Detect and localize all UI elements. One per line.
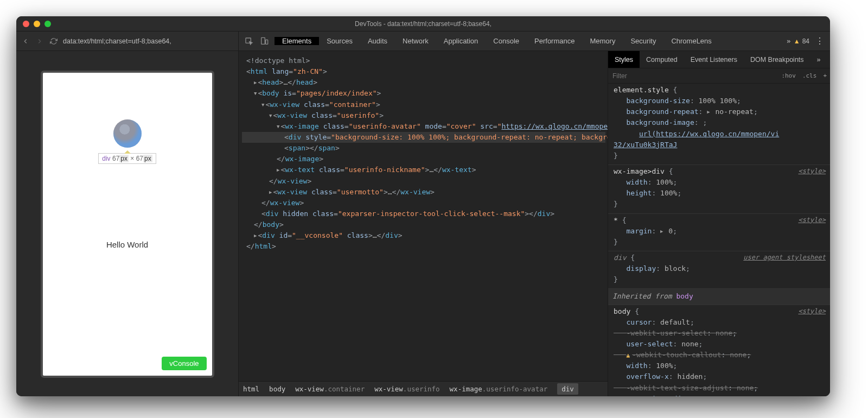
pane-tab-dom-breakpoints[interactable]: DOM Breakpoints <box>744 51 810 68</box>
svg-rect-1 <box>261 37 265 44</box>
tab-sources[interactable]: Sources <box>319 37 360 45</box>
tab-elements[interactable]: Elements <box>275 37 319 45</box>
tooltip-tag: div <box>102 155 110 162</box>
panel-tabs: ElementsSourcesAuditsNetworkApplicationC… <box>275 37 784 45</box>
back-icon[interactable] <box>21 36 30 46</box>
filter-bar: :hov .cls + <box>608 68 830 84</box>
style-rule[interactable]: element.style { background-size: 100% 10… <box>608 84 830 165</box>
inherited-from-body: Inherited from body <box>608 289 830 305</box>
styles-list[interactable]: element.style { background-size: 100% 10… <box>608 84 830 396</box>
inspect-icon[interactable] <box>244 36 254 46</box>
pane-tabs: StylesComputedEvent ListenersDOM Breakpo… <box>608 51 830 68</box>
device-icon[interactable] <box>259 36 269 46</box>
style-rule[interactable]: <style>body { cursor: default; -webkit-u… <box>608 305 830 396</box>
elements-panel: <!doctype html><html lang="zh-CN">▶<head… <box>239 51 608 396</box>
styles-panel: StylesComputedEvent ListenersDOM Breakpo… <box>608 51 830 396</box>
crumb-wx-image.userinfo-avatar[interactable]: wx-image.userinfo-avatar <box>450 385 548 393</box>
tooltip-h: 67 <box>136 155 143 162</box>
tab-console[interactable]: Console <box>486 37 527 45</box>
hello-world-text: Hello World <box>106 240 148 249</box>
pane-tab-computed[interactable]: Computed <box>640 51 684 68</box>
crumb-body[interactable]: body <box>269 385 285 393</box>
devtools-toolbar: ElementsSourcesAuditsNetworkApplicationC… <box>239 31 830 50</box>
inspect-tooltip: div 67px × 67px <box>98 153 156 164</box>
cls-button[interactable]: .cls <box>799 72 820 79</box>
toolbar-row: data:text/html;charset=utf-8;base64, Ele… <box>16 31 830 51</box>
tab-audits[interactable]: Audits <box>360 37 395 45</box>
crumb-div[interactable]: div <box>557 383 578 395</box>
tab-performance[interactable]: Performance <box>527 37 582 45</box>
tab-chromelens[interactable]: ChromeLens <box>663 37 719 45</box>
crumb-html[interactable]: html <box>243 385 259 393</box>
style-rule[interactable]: user agent stylesheetdiv { display: bloc… <box>608 251 830 289</box>
device-frame: div 67px × 67px Hello World vConsole <box>41 71 214 378</box>
reload-icon[interactable] <box>49 36 59 46</box>
filter-input[interactable] <box>608 72 778 80</box>
preview-column: div 67px × 67px Hello World vConsole <box>16 51 239 396</box>
crumb-wx-view.container[interactable]: wx-view.container <box>295 385 365 393</box>
hov-button[interactable]: :hov <box>778 72 799 79</box>
window-title: DevTools - data:text/html;charset=utf-8;… <box>16 20 830 28</box>
inspect-highlight <box>113 119 142 148</box>
style-rule[interactable]: <style>wx-image>div { width: 100%; heigh… <box>608 165 830 214</box>
warnings-badge[interactable]: ▲84 <box>794 37 809 45</box>
tab-application[interactable]: Application <box>436 37 486 45</box>
warning-icon: ▲ <box>794 37 800 45</box>
vconsole-button[interactable]: vConsole <box>162 357 206 370</box>
new-rule-button[interactable]: + <box>820 72 830 79</box>
more-panes-icon[interactable]: » <box>810 51 827 68</box>
url-field[interactable]: data:text/html;charset=utf-8;base64, <box>63 37 171 45</box>
avatar[interactable] <box>113 119 142 148</box>
titlebar: DevTools - data:text/html;charset=utf-8;… <box>16 16 830 31</box>
content: div 67px × 67px Hello World vConsole <!d… <box>16 51 830 396</box>
devtools-window: DevTools - data:text/html;charset=utf-8;… <box>16 16 830 396</box>
tooltip-w: 67 <box>112 155 119 162</box>
browser-nav: data:text/html;charset=utf-8;base64, <box>16 31 239 50</box>
more-tabs-icon[interactable]: » <box>784 36 794 46</box>
tab-network[interactable]: Network <box>395 37 436 45</box>
pane-tab-event-listeners[interactable]: Event Listeners <box>684 51 744 68</box>
forward-icon[interactable] <box>35 36 44 46</box>
pane-tab-styles[interactable]: Styles <box>608 51 640 68</box>
crumb-wx-view.userinfo[interactable]: wx-view.userinfo <box>374 385 439 393</box>
kebab-icon[interactable]: ⋮ <box>815 36 825 46</box>
style-rule[interactable]: <style>* { margin: ▶ 0;} <box>608 214 830 251</box>
breadcrumb[interactable]: htmlbodywx-view.containerwx-view.userinf… <box>239 381 608 396</box>
dom-tree[interactable]: <!doctype html><html lang="zh-CN">▶<head… <box>239 51 608 381</box>
tab-security[interactable]: Security <box>623 37 663 45</box>
svg-rect-2 <box>266 40 268 44</box>
tab-memory[interactable]: Memory <box>582 37 623 45</box>
